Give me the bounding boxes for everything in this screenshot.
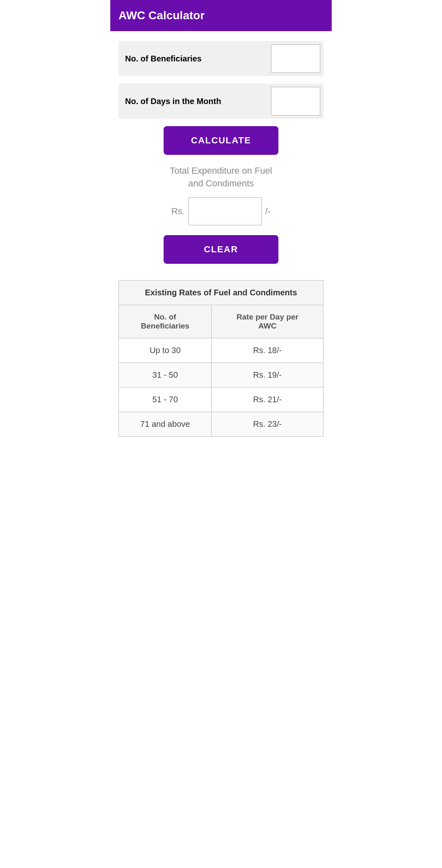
rate-cell: Rs. 18/- bbox=[212, 338, 324, 363]
beneficiaries-row: No. of Beneficiaries bbox=[118, 41, 324, 76]
result-label-line2: and Condiments bbox=[188, 178, 254, 188]
result-label: Total Expenditure on Fuel and Condiments bbox=[118, 165, 324, 190]
result-prefix: Rs. bbox=[171, 206, 185, 217]
beneficiaries-cell: 31 - 50 bbox=[119, 363, 212, 387]
rate-cell: Rs. 21/- bbox=[212, 387, 324, 412]
rates-table-col2-header: Rate per Day perAWC bbox=[212, 305, 324, 338]
app-title: AWC Calculator bbox=[118, 9, 205, 22]
result-label-line1: Total Expenditure on Fuel bbox=[170, 165, 272, 176]
header: AWC Calculator bbox=[110, 0, 332, 31]
rate-cell: Rs. 23/- bbox=[212, 412, 324, 436]
rates-table-full-header: Existing Rates of Fuel and Condiments bbox=[119, 280, 324, 305]
result-input[interactable] bbox=[188, 197, 262, 225]
calculate-button[interactable]: CALCULATE bbox=[164, 126, 278, 155]
main-content: No. of Beneficiaries No. of Days in the … bbox=[110, 31, 332, 446]
days-input[interactable] bbox=[271, 87, 320, 116]
table-row: 51 - 70Rs. 21/- bbox=[119, 387, 324, 412]
clear-button[interactable]: CLEAR bbox=[164, 235, 278, 264]
table-row: Up to 30Rs. 18/- bbox=[119, 338, 324, 363]
beneficiaries-cell: 51 - 70 bbox=[119, 387, 212, 412]
beneficiaries-cell: 71 and above bbox=[119, 412, 212, 436]
rates-table-col1-header: No. ofBeneficiaries bbox=[119, 305, 212, 338]
rates-table: Existing Rates of Fuel and Condiments No… bbox=[118, 280, 324, 437]
table-row: 31 - 50Rs. 19/- bbox=[119, 363, 324, 387]
beneficiaries-cell: Up to 30 bbox=[119, 338, 212, 363]
days-row: No. of Days in the Month bbox=[118, 84, 324, 119]
result-row: Rs. /- bbox=[118, 197, 324, 225]
table-row: 71 and aboveRs. 23/- bbox=[119, 412, 324, 436]
beneficiaries-label: No. of Beneficiaries bbox=[118, 45, 268, 73]
result-suffix: /- bbox=[265, 206, 271, 217]
rate-cell: Rs. 19/- bbox=[212, 363, 324, 387]
days-label: No. of Days in the Month bbox=[118, 88, 268, 115]
beneficiaries-input[interactable] bbox=[271, 44, 320, 73]
